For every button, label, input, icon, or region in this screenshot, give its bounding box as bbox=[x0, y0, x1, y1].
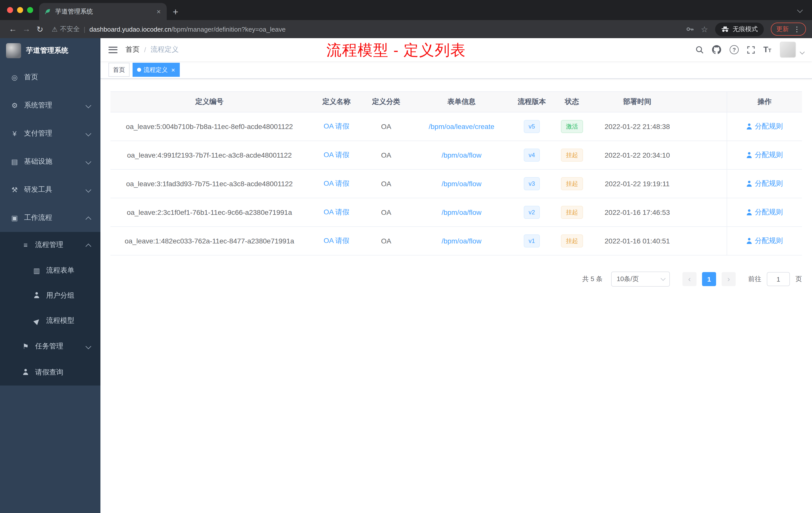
column-header-category: 定义分类 bbox=[365, 92, 408, 112]
browser-menu-icon[interactable]: ⋮ bbox=[793, 25, 801, 33]
sidebar-item-label: 流程模型 bbox=[46, 316, 74, 325]
sidebar-item-process-model[interactable]: ▶ 流程模型 bbox=[0, 308, 100, 333]
security-status[interactable]: ⚠ 不安全 bbox=[52, 25, 80, 34]
sidebar-item-label: 流程管理 bbox=[35, 240, 63, 249]
url-domain: dashboard.yudao.iocoder.cn bbox=[89, 25, 172, 33]
annotation-title: 流程模型 - 定义列表 bbox=[326, 40, 466, 61]
new-tab-button[interactable]: + bbox=[173, 7, 178, 17]
assign-rule-link[interactable]: 分配规则 bbox=[755, 179, 783, 188]
definition-name-link[interactable]: OA 请假 bbox=[324, 151, 349, 160]
sidebar-item-leave-query[interactable]: 请假查询 bbox=[0, 359, 100, 386]
cell-actions: 分配规则 bbox=[727, 141, 802, 169]
table-row: oa_leave:1:482ec033-762a-11ec-8477-a2380… bbox=[111, 227, 802, 255]
github-icon[interactable] bbox=[712, 45, 721, 54]
sidebar-item-label: 首页 bbox=[24, 73, 38, 82]
assign-rule-link[interactable]: 分配规则 bbox=[755, 122, 783, 131]
toolbar-actions: ☆ 无痕模式 更新 ⋮ bbox=[686, 22, 806, 36]
definition-name-link[interactable]: OA 请假 bbox=[324, 179, 349, 188]
update-label[interactable]: 更新 bbox=[776, 25, 789, 33]
sidebar-item-process-mgmt[interactable]: ≡ 流程管理 bbox=[0, 232, 100, 258]
sidebar-item-user-group[interactable]: 用户分组 bbox=[0, 283, 100, 308]
prev-page-button[interactable]: ‹ bbox=[683, 272, 696, 286]
column-header-actions: 操作 bbox=[727, 92, 802, 112]
assign-rule-link[interactable]: 分配规则 bbox=[755, 151, 783, 160]
help-icon[interactable]: ? bbox=[730, 45, 739, 54]
table-row: oa_leave:5:004b710b-7b8a-11ec-8ef0-acde4… bbox=[111, 113, 802, 141]
page-size-value: 10条/页 bbox=[617, 275, 639, 283]
sidebar: 芋道管理系统 ◎ 首页 ⚙ 系统管理 ¥ 支付管理 ▤ bbox=[0, 38, 100, 513]
form-link[interactable]: /bpm/oa/flow bbox=[442, 151, 482, 159]
chevron-down-icon bbox=[661, 276, 666, 281]
breadcrumb-home[interactable]: 首页 bbox=[125, 45, 140, 54]
version-badge: v5 bbox=[523, 120, 540, 133]
form-link[interactable]: /bpm/oa/flow bbox=[442, 237, 482, 245]
server-icon: ▤ bbox=[10, 158, 19, 165]
assign-rule-link[interactable]: 分配规则 bbox=[755, 208, 783, 217]
version-badge: v4 bbox=[523, 149, 540, 162]
tag-process-definition[interactable]: 流程定义 × bbox=[133, 63, 179, 77]
next-page-button[interactable]: › bbox=[722, 272, 736, 286]
tab-search-chevron-icon[interactable] bbox=[797, 7, 803, 13]
cell-category: OA bbox=[365, 227, 408, 255]
pagination-total: 共 5 条 bbox=[582, 275, 603, 283]
current-page-button[interactable]: 1 bbox=[702, 272, 716, 286]
definition-name-link[interactable]: OA 请假 bbox=[324, 122, 349, 131]
reload-button[interactable]: ↻ bbox=[33, 24, 47, 34]
forward-button[interactable]: → bbox=[20, 25, 33, 34]
definition-name-link[interactable]: OA 请假 bbox=[324, 208, 349, 217]
cell-actions: 分配规则 bbox=[727, 198, 802, 227]
tag-close-icon[interactable]: × bbox=[171, 66, 175, 73]
browser-update-button[interactable]: 更新 ⋮ bbox=[771, 23, 806, 36]
tag-home[interactable]: 首页 bbox=[109, 63, 129, 77]
cell-status: 挂起 bbox=[548, 141, 596, 169]
minimize-window-button[interactable] bbox=[17, 7, 23, 13]
form-link[interactable]: /bpm/oa/flow bbox=[442, 208, 482, 216]
sidebar-item-workflow[interactable]: ▣ 工作流程 bbox=[0, 204, 100, 232]
close-tab-icon[interactable]: × bbox=[156, 7, 162, 16]
sidebar-item-task-mgmt[interactable]: ⚑ 任务管理 bbox=[0, 333, 100, 359]
status-badge: 挂起 bbox=[561, 149, 583, 162]
search-icon[interactable] bbox=[696, 46, 703, 54]
font-size-icon[interactable]: TT bbox=[763, 45, 771, 54]
sidebar-item-devtools[interactable]: ⚒ 研发工具 bbox=[0, 176, 100, 204]
sidebar-item-system-mgmt[interactable]: ⚙ 系统管理 bbox=[0, 91, 100, 119]
sidebar-collapse-button[interactable] bbox=[109, 47, 117, 53]
cell-form-info: /bpm/oa/flow bbox=[408, 198, 515, 227]
form-link[interactable]: /bpm/oa/flow bbox=[442, 180, 482, 188]
bookmark-star-icon[interactable]: ☆ bbox=[701, 24, 708, 34]
cell-definition-id: oa_leave:1:482ec033-762a-11ec-8477-a2380… bbox=[111, 227, 308, 255]
cell-status: 挂起 bbox=[548, 227, 596, 255]
status-badge: 激活 bbox=[561, 120, 583, 133]
breadcrumb-separator: / bbox=[144, 46, 146, 54]
fullscreen-icon[interactable] bbox=[747, 46, 755, 54]
sidebar-menu: ◎ 首页 ⚙ 系统管理 ¥ 支付管理 ▤ 基础设施 bbox=[0, 63, 100, 386]
user-icon bbox=[746, 209, 752, 215]
user-icon bbox=[746, 238, 752, 244]
definition-name-link[interactable]: OA 请假 bbox=[324, 236, 349, 245]
sidebar-item-label: 系统管理 bbox=[24, 101, 52, 110]
sidebar-item-payment-mgmt[interactable]: ¥ 支付管理 bbox=[0, 119, 100, 148]
app-frame: 芋道管理系统 ◎ 首页 ⚙ 系统管理 ¥ 支付管理 ▤ bbox=[0, 38, 812, 513]
assign-rule-link[interactable]: 分配规则 bbox=[755, 236, 783, 245]
sidebar-item-home[interactable]: ◎ 首页 bbox=[0, 63, 100, 91]
address-bar[interactable]: ⚠ 不安全 | dashboard.yudao.iocoder.cn/bpm/m… bbox=[52, 25, 681, 34]
close-window-button[interactable] bbox=[7, 7, 13, 13]
list-icon: ≡ bbox=[21, 241, 30, 249]
sidebar-item-process-form[interactable]: ▥ 流程表单 bbox=[0, 258, 100, 283]
browser-tab[interactable]: 芋道管理系统 × bbox=[39, 3, 167, 20]
goto-page-input[interactable] bbox=[767, 272, 790, 286]
user-avatar[interactable] bbox=[780, 42, 796, 58]
sidebar-item-infrastructure[interactable]: ▤ 基础设施 bbox=[0, 148, 100, 176]
column-header-status: 状态 bbox=[548, 92, 596, 112]
form-link[interactable]: /bpm/oa/leave/create bbox=[429, 122, 494, 130]
workflow-submenu: ≡ 流程管理 ▥ 流程表单 用户分组 ▶ 流程模型 bbox=[0, 232, 100, 386]
chevron-up-icon bbox=[86, 217, 91, 222]
table-header-row: 定义编号 定义名称 定义分类 表单信息 流程版本 状态 部署时间 操作 bbox=[111, 91, 802, 113]
maximize-window-button[interactable] bbox=[27, 7, 33, 13]
page-size-select[interactable]: 10条/页 bbox=[611, 272, 670, 286]
cell-deploy-time: 2022-01-22 21:48:38 bbox=[596, 113, 679, 141]
cell-actions: 分配规则 bbox=[727, 170, 802, 198]
avatar-dropdown-icon[interactable] bbox=[800, 50, 805, 55]
back-button[interactable]: ← bbox=[6, 25, 20, 34]
password-key-icon[interactable] bbox=[686, 25, 694, 33]
